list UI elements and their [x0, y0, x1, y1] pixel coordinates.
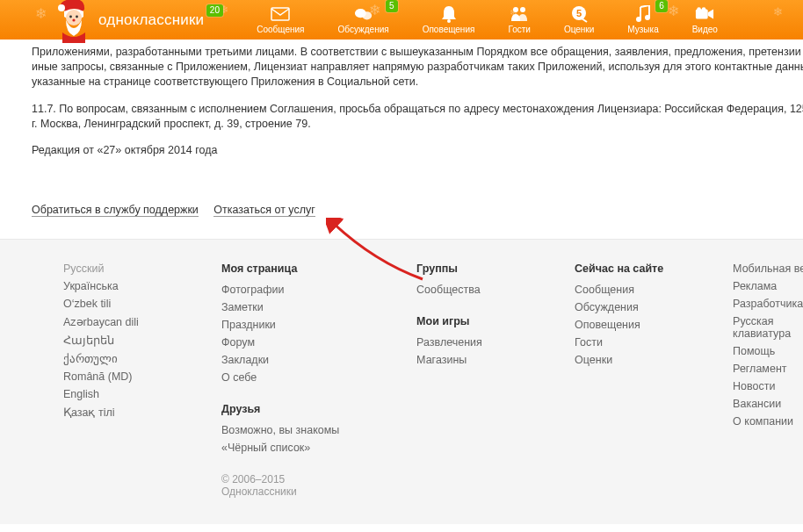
- rating-5-icon: 5: [569, 5, 589, 23]
- nav-discussions[interactable]: 5 Обсуждения: [338, 5, 389, 34]
- footer-link[interactable]: Мобильная версия: [733, 262, 803, 275]
- video-camera-icon: [695, 5, 714, 23]
- nav-guests[interactable]: Гости: [508, 5, 530, 34]
- svg-point-9: [513, 7, 518, 12]
- footer-link[interactable]: Гости: [575, 336, 603, 349]
- brand-name-text: одноклассники: [98, 11, 204, 29]
- svg-point-14: [645, 15, 650, 20]
- music-note-icon: [633, 5, 653, 23]
- envelope-icon: [271, 5, 290, 23]
- footer-link[interactable]: Оповещения: [575, 319, 640, 331]
- lang-link[interactable]: Қазақ тілі: [63, 406, 115, 419]
- footer-link[interactable]: Закладки: [221, 354, 269, 366]
- nav-badge: 6: [655, 0, 668, 12]
- doc-line: г. Москва, Ленинградский проспект, д. 39…: [32, 117, 803, 132]
- footer-link[interactable]: Форум: [221, 336, 255, 349]
- main-content: Приложениями, разработанными третьими ли…: [0, 40, 803, 532]
- footer-link[interactable]: Обсуждения: [575, 301, 639, 313]
- footer-heading: Мои игры: [416, 315, 513, 327]
- nav-label: Гости: [508, 25, 530, 34]
- footer-link[interactable]: Оценки: [575, 354, 612, 366]
- footer-link[interactable]: Развлечения: [416, 336, 482, 349]
- footer-link[interactable]: Регламент: [733, 363, 786, 375]
- nav-music[interactable]: 6 Музыка: [627, 5, 658, 34]
- svg-point-7: [362, 11, 372, 19]
- footer-link[interactable]: О компании: [733, 415, 793, 428]
- footer-link[interactable]: Магазины: [416, 354, 467, 366]
- footer-heading: Моя страница: [221, 262, 355, 275]
- footer-link[interactable]: Возможно, вы знакомы: [221, 424, 339, 436]
- footer-link[interactable]: Новости: [733, 380, 775, 392]
- action-links-row: Обратиться в службу поддержки Отказаться…: [32, 204, 803, 216]
- svg-point-10: [520, 7, 525, 12]
- nav-label: Оценки: [564, 25, 594, 34]
- nav-messages[interactable]: Сообщения: [257, 5, 304, 34]
- footer-link[interactable]: Сообщества: [416, 284, 481, 296]
- footer-col-site: Мобильная версия Реклама Разработчикам Р…: [733, 262, 803, 498]
- footer-link[interactable]: «Чёрный список»: [221, 442, 310, 454]
- doc-revision: Редакция от «27» октября 2014 года: [32, 143, 803, 158]
- lang-link[interactable]: Українська: [63, 280, 119, 292]
- doc-line: Приложениями, разработанными третьими ли…: [32, 45, 803, 60]
- nav-items: Сообщения 5 Обсуждения Оповещения Гости …: [257, 5, 718, 34]
- contact-support-link[interactable]: Обратиться в службу поддержки: [32, 204, 199, 217]
- nav-label: Сообщения: [257, 25, 304, 34]
- nav-label: Видео: [692, 25, 718, 34]
- nav-ratings[interactable]: 5 Оценки: [564, 5, 594, 34]
- footer-col-now: Сейчас на сайте Сообщения Обсуждения Опо…: [575, 262, 671, 498]
- lang-link[interactable]: English: [63, 388, 99, 400]
- footer-link[interactable]: Сообщения: [575, 284, 634, 296]
- nav-video[interactable]: Видео: [692, 5, 718, 34]
- doc-line: указанные на странице соответствующего П…: [32, 75, 803, 90]
- doc-line: 11.7. По вопросам, связанным с исполнени…: [32, 102, 803, 117]
- svg-point-1: [66, 10, 82, 25]
- svg-point-16: [698, 7, 702, 11]
- doc-line: иные запросы, связанные с Приложением, Л…: [32, 60, 803, 75]
- svg-text:5: 5: [576, 8, 582, 18]
- footer-link[interactable]: Заметки: [221, 301, 264, 313]
- svg-point-8: [447, 19, 451, 23]
- footer-link[interactable]: Русская клавиатура: [733, 315, 791, 340]
- lang-link[interactable]: Română (MD): [63, 370, 133, 383]
- svg-point-17: [702, 7, 706, 11]
- footer-link[interactable]: Помощь: [733, 345, 775, 357]
- santa-avatar-icon: [55, 0, 94, 43]
- footer-link[interactable]: Праздники: [221, 319, 276, 331]
- copyright-text: © 2006–2015 Одноклассники: [221, 473, 355, 498]
- footer-heading: Группы: [416, 262, 513, 275]
- lang-link[interactable]: Հայերեն: [63, 334, 114, 347]
- footer-link[interactable]: Фотографии: [221, 284, 284, 296]
- nav-label: Оповещения: [423, 25, 475, 34]
- chat-bubbles-icon: [354, 5, 373, 23]
- opt-out-link[interactable]: Отказаться от услуг: [213, 204, 315, 217]
- svg-point-4: [72, 18, 75, 21]
- brand-badge: 20: [206, 4, 224, 17]
- lang-link[interactable]: ქართული: [63, 353, 118, 365]
- svg-rect-15: [696, 10, 708, 19]
- lang-link[interactable]: Azərbaycan dili: [63, 316, 139, 328]
- agreement-text: Приложениями, разработанными третьими ли…: [32, 40, 803, 158]
- site-footer: Русский Українська O‘zbek tili Azərbayca…: [0, 239, 803, 524]
- svg-rect-5: [271, 8, 289, 20]
- footer-heading: Сейчас на сайте: [575, 262, 671, 275]
- lang-link[interactable]: O‘zbek tili: [63, 298, 111, 310]
- nav-label: Обсуждения: [338, 25, 389, 34]
- svg-point-2: [69, 16, 72, 18]
- svg-point-3: [76, 16, 78, 18]
- footer-link[interactable]: Разработчикам: [733, 298, 803, 310]
- footer-col-mypage: Моя страница Фотографии Заметки Праздник…: [221, 262, 355, 498]
- bell-icon: [439, 5, 459, 23]
- nav-label: Музыка: [627, 25, 658, 34]
- footer-heading: Друзья: [221, 403, 355, 415]
- footer-link[interactable]: О себе: [221, 371, 257, 384]
- guests-icon: [510, 5, 529, 23]
- footer-link[interactable]: Вакансии: [733, 398, 781, 410]
- top-nav-bar: ❄ ❄ ❄ ❄ ❄ ❄ одноклассники 20 Сообщения: [0, 0, 803, 40]
- lang-current: Русский: [63, 262, 104, 275]
- nav-badge: 5: [386, 0, 398, 12]
- svg-point-0: [58, 4, 65, 11]
- nav-notifications[interactable]: Оповещения: [423, 5, 475, 34]
- footer-col-groups: Группы Сообщества Мои игры Развлечения М…: [416, 262, 513, 498]
- brand-logo[interactable]: одноклассники 20: [98, 11, 204, 29]
- footer-link[interactable]: Реклама: [733, 280, 777, 292]
